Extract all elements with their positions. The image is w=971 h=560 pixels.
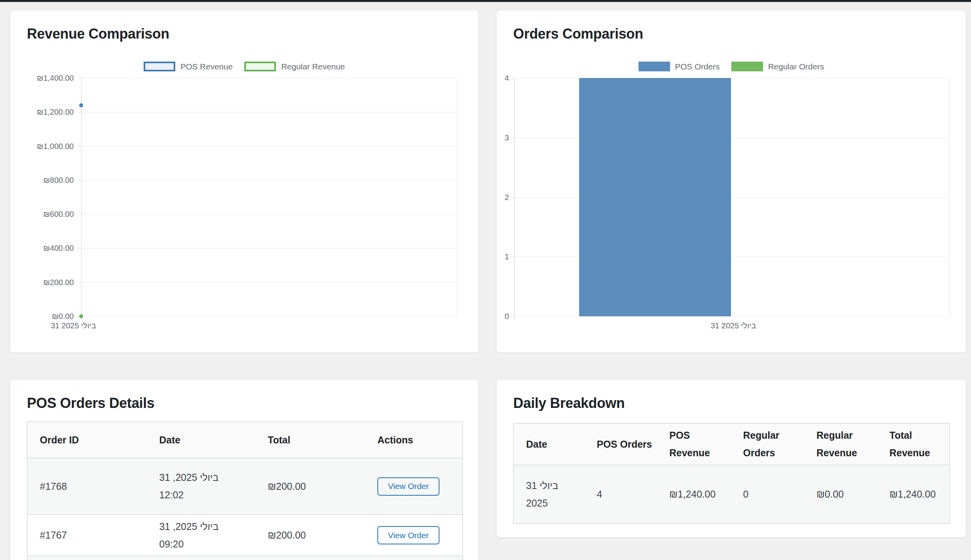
table-row: #176831 ,2025 ביולי12:02₪200.00View Orde… [27,458,462,514]
pos-orders-table: Order IDDateTotalActions#176831 ,2025 בי… [27,422,463,560]
y-axis-tick-label: 2 [496,193,509,202]
y-axis-tick-label: ₪0.00 [10,312,74,321]
daily-breakdown-card: Daily Breakdown DatePOS OrdersPOS Revenu… [496,379,966,538]
column-header-pos-revenue: POS Revenue [657,424,731,465]
x-axis-tick-label: 31 2025 ביולי [51,321,96,330]
legend-swatch [638,62,670,71]
gridline [81,78,457,78]
order-date-line2: 09:20 [159,535,184,553]
legend-item-pos-revenue[interactable]: POS Revenue [144,62,233,71]
y-axis-tick [78,214,81,214]
plot-right-border [457,78,457,317]
gridline [81,214,457,214]
y-axis-line [514,78,515,317]
daily-card-title: Daily Breakdown [513,395,625,411]
column-header-total: Total [255,422,365,458]
y-axis-tick-label: ₪1,200.00 [10,107,74,117]
column-header-pos-orders: POS Orders [584,424,657,465]
column-header-date: Date [514,424,584,465]
gridline [514,316,950,317]
column-header-order-id: Order ID [27,422,147,458]
y-axis-tick [78,112,81,112]
y-axis-tick [78,78,81,78]
bar-pos-orders [579,78,731,316]
y-axis-tick-label: ₪400.00 [10,243,74,253]
order-date-cell: 31 ,2025 ביולי12:02 [147,458,255,514]
order-id-cell: #1767 [27,515,147,556]
column-header-date: Date [147,422,255,458]
y-axis-tick-label: ₪200.00 [10,278,74,287]
y-axis-tick [511,197,514,198]
order-actions-cell: View Order [365,515,462,556]
y-axis-tick-label: ₪1,400.00 [10,73,74,83]
y-axis-line [81,78,82,317]
order-actions-cell: View Order [365,458,462,514]
daily-total-revenue-cell: ₪1,240.00 [877,465,950,523]
chart-legend: POS OrdersRegular Orders [496,62,966,71]
daily-pos-revenue-cell: ₪1,240.00 [657,465,731,523]
legend-swatch [731,62,763,71]
order-date-line1: 31 ,2025 ביולי [159,469,219,486]
legend-item-regular-revenue[interactable]: Regular Revenue [244,62,345,71]
legend-label: POS Revenue [180,62,233,71]
view-order-button[interactable]: View Order [377,477,439,496]
y-axis-tick [78,180,81,181]
column-header-actions: Actions [365,422,462,458]
gridline [81,316,457,317]
order-date-line1: 31 ,2025 ביולי [159,518,219,535]
y-axis-tick [511,316,514,317]
y-axis-tick [511,78,514,78]
revenue-comparison-card: Revenue Comparison POS RevenueRegular Re… [10,10,479,353]
legend-item-pos-orders[interactable]: POS Orders [638,62,720,71]
order-total-cell: ₪200.00 [255,458,365,514]
plot-right-border [950,78,950,317]
y-axis-tick [78,282,81,283]
pos-orders-details-card: POS Orders Details Order IDDateTotalActi… [10,379,479,560]
order-date-line2: 12:02 [159,486,184,504]
daily-date-cell: 31 ביולי 2025 [514,465,584,523]
daily-regular-revenue-cell: ₪0.00 [804,465,877,523]
order-date-cell: 31 ,2025 ביולי09:20 [147,515,255,556]
revenue-comparison-chart: POS RevenueRegular Revenue₪1,400.00₪1,20… [10,10,478,353]
legend-swatch [144,62,175,71]
pos-orders-card-title: POS Orders Details [27,395,155,411]
order-id-cell: #1768 [27,458,147,514]
view-order-button[interactable]: View Order [377,526,439,544]
column-header-total-revenue: Total Revenue [877,424,950,465]
gridline [81,146,457,147]
legend-item-regular-orders[interactable]: Regular Orders [731,62,824,71]
data-point-regular-revenue [79,314,83,318]
legend-swatch [244,62,276,71]
y-axis-tick-label: 1 [496,252,509,261]
daily-breakdown-table: DatePOS OrdersPOS RevenueRegular OrdersR… [513,423,950,524]
x-axis-tick [514,316,515,320]
pos-analytics-dashboard: { "page": { "background": "#f0f0f1", "ad… [0,0,971,560]
y-axis-tick [511,257,514,257]
admin-top-bar [0,0,971,2]
column-header-regular-orders: Regular Orders [731,424,804,465]
y-axis-tick [78,248,81,248]
y-axis-tick-label: 0 [496,312,509,321]
order-total-cell: ₪200.00 [255,515,365,556]
table-row: #176731 ,2025 ביולי09:20₪200.00View Orde… [27,514,462,556]
y-axis-tick-label: 4 [496,73,509,83]
y-axis-tick-label: ₪800.00 [10,175,74,185]
y-axis-tick-label: ₪600.00 [10,209,74,219]
y-axis-tick [511,138,514,138]
orders-comparison-chart: POS OrdersRegular Orders4321031 2025 ביו… [496,10,966,353]
gridline [81,112,457,112]
legend-label: Regular Revenue [281,62,345,71]
table-header-row: DatePOS OrdersPOS RevenueRegular OrdersR… [514,424,950,465]
table-header-row: Order IDDateTotalActions [27,422,462,458]
daily-pos-orders-cell: 4 [584,465,657,523]
orders-comparison-card: Orders Comparison POS OrdersRegular Orde… [496,10,966,353]
y-axis-tick-label: 3 [496,133,509,142]
data-point-pos-revenue [79,103,83,107]
y-axis-tick-label: ₪1,000.00 [10,142,74,151]
gridline [81,180,457,181]
gridline [81,248,457,248]
daily-regular-orders-cell: 0 [731,465,804,523]
column-header-regular-revenue: Regular Revenue [804,424,877,465]
gridline [81,282,457,283]
x-axis-tick-label: 31 2025 ביולי [711,321,756,330]
